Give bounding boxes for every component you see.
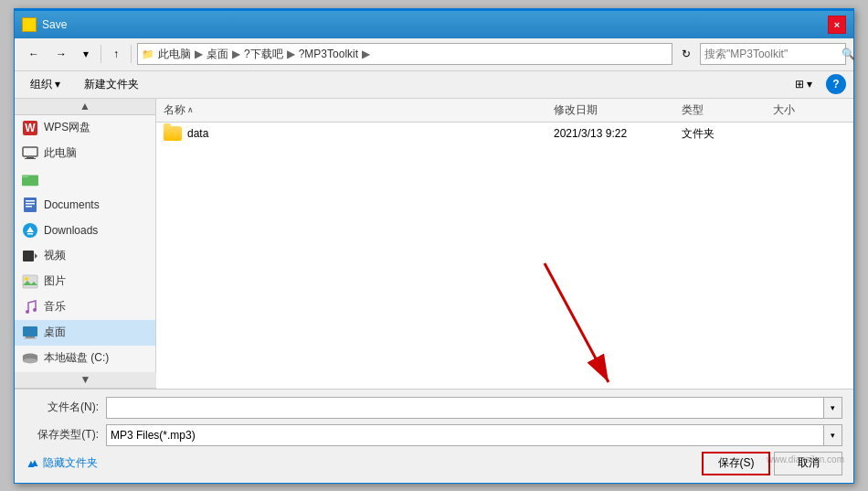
sidebar-item-green[interactable]: [15, 166, 155, 192]
sidebar-item-pc[interactable]: 此电脑: [15, 141, 155, 166]
svg-rect-16: [23, 275, 37, 288]
filename-input[interactable]: [106, 397, 824, 419]
sidebar-item-videos[interactable]: 视频: [15, 243, 155, 269]
music-icon: [22, 299, 38, 315]
filename-row: 文件名(N): ▾: [26, 397, 842, 419]
svg-text:W: W: [25, 122, 36, 134]
sidebar-videos-label: 视频: [44, 248, 66, 263]
main-content: ▲ W WPS网盘: [15, 99, 853, 389]
svg-point-19: [26, 310, 29, 314]
svg-rect-21: [23, 326, 37, 336]
action-buttons-row: ▲ ▲ 隐藏文件夹 保存(S) 取消: [26, 452, 842, 475]
table-row[interactable]: data 2021/3/13 9:22 文件夹: [156, 123, 853, 145]
folder-icon: 📁: [142, 48, 154, 60]
save-dialog: Save × ← → ▾ ↑ 📁 此电脑 ▶ 桌面 ▶ ?下载吧 ▶ ?MP3T…: [14, 8, 854, 484]
sidebar-desktop-label: 桌面: [44, 325, 66, 340]
file-type: 文件夹: [682, 126, 773, 142]
action-bar: 组织 ▾ 新建文件夹 ⊞ ▾ ?: [15, 71, 853, 99]
svg-rect-2: [23, 147, 37, 156]
refresh-button[interactable]: ↻: [676, 44, 696, 64]
breadcrumb-pc[interactable]: 此电脑: [158, 47, 191, 62]
organize-button[interactable]: 组织 ▾: [22, 74, 69, 94]
videos-icon: [22, 248, 38, 264]
sidebar-item-disk-c[interactable]: 本地磁盘 (C:): [15, 346, 155, 371]
watermark: www.dianzilon.com: [767, 454, 844, 464]
save-button[interactable]: 保存(S): [702, 452, 770, 475]
filename-input-wrapper: ▾: [106, 397, 842, 419]
sidebar-wps-label: WPS网盘: [44, 120, 90, 135]
svg-rect-6: [22, 175, 28, 177]
view-options-button[interactable]: ⊞ ▾: [787, 74, 820, 94]
sidebar-item-wps[interactable]: W WPS网盘: [15, 115, 155, 141]
title-bar: Save ×: [15, 11, 853, 38]
svg-point-17: [25, 277, 28, 281]
documents-icon: [22, 197, 38, 213]
sidebar-scroll-up[interactable]: ▲: [15, 99, 155, 115]
window-icon: [22, 17, 37, 32]
sidebar-diskc-label: 本地磁盘 (C:): [44, 350, 109, 366]
sidebar-scroll-down[interactable]: ▼: [15, 372, 156, 389]
svg-point-26: [23, 358, 37, 363]
sidebar: ▲ W WPS网盘: [15, 99, 156, 389]
dropdown-arrow-button[interactable]: ▾: [77, 43, 95, 65]
filetype-label: 保存类型(T):: [26, 427, 99, 443]
file-modified: 2021/3/13 9:22: [554, 127, 682, 140]
disk-c-icon: [22, 350, 38, 367]
back-button[interactable]: ←: [22, 43, 46, 65]
address-bar[interactable]: 📁 此电脑 ▶ 桌面 ▶ ?下载吧 ▶ ?MP3Toolkit ▶: [137, 43, 672, 65]
breadcrumb: 此电脑 ▶ 桌面 ▶ ?下载吧 ▶ ?MP3Toolkit ▶: [158, 47, 372, 62]
svg-rect-13: [27, 233, 33, 235]
sidebar-item-pictures[interactable]: 图片: [15, 269, 155, 294]
sidebar-pictures-label: 图片: [44, 273, 66, 289]
separator: [101, 45, 101, 63]
sort-icon: ∧: [187, 105, 194, 114]
pc-icon: [22, 145, 38, 162]
show-folders-button[interactable]: ▲ ▲ 隐藏文件夹: [26, 455, 98, 471]
sidebar-docs-label: Documents: [44, 198, 100, 211]
sidebar-downloads-label: Downloads: [44, 224, 98, 237]
close-button[interactable]: ×: [828, 16, 846, 34]
file-name: data: [187, 127, 208, 140]
show-folders-label: ▲ 隐藏文件夹: [29, 455, 98, 471]
window-title: Save: [42, 18, 67, 31]
svg-rect-7: [24, 197, 37, 212]
separator2: [131, 45, 132, 63]
filetype-input[interactable]: [106, 424, 824, 446]
search-input[interactable]: [704, 48, 842, 60]
modified-column-header[interactable]: 修改日期: [554, 102, 682, 118]
breadcrumb-downloads[interactable]: ?下载吧: [244, 47, 283, 62]
desktop-icon: [22, 325, 38, 341]
breadcrumb-mp3toolkit[interactable]: ?MP3Toolkit: [299, 48, 358, 60]
size-column-header[interactable]: 大小: [773, 102, 846, 118]
sidebar-item-music[interactable]: 音乐: [15, 294, 155, 320]
nav-toolbar: ← → ▾ ↑ 📁 此电脑 ▶ 桌面 ▶ ?下载吧 ▶ ?MP3Toolkit …: [15, 38, 853, 71]
svg-rect-23: [24, 337, 37, 338]
file-name-cell: data: [164, 126, 554, 141]
file-area: 名称 ∧ 修改日期 类型 大小: [156, 99, 853, 389]
filename-dropdown-btn[interactable]: ▾: [824, 397, 842, 419]
wps-icon: W: [22, 120, 38, 136]
filename-label: 文件名(N):: [26, 400, 99, 415]
search-box: 🔍: [700, 43, 846, 65]
sidebar-item-documents[interactable]: Documents: [15, 192, 155, 218]
folder-icon: [164, 126, 182, 141]
breadcrumb-desktop[interactable]: 桌面: [206, 47, 228, 62]
svg-point-20: [33, 308, 37, 312]
help-button[interactable]: ?: [826, 74, 846, 94]
file-list-header: 名称 ∧ 修改日期 类型 大小: [156, 99, 853, 123]
svg-rect-4: [25, 158, 36, 159]
filetype-input-wrapper: ▾: [106, 424, 842, 446]
bottom-section: 文件名(N): ▾ 保存类型(T): ▾ ▲ ▲ 隐藏文件夹 保存(S) 取消: [15, 389, 853, 483]
svg-rect-14: [23, 251, 34, 262]
filetype-row: 保存类型(T): ▾: [26, 424, 842, 446]
up-button[interactable]: ↑: [107, 43, 125, 65]
filetype-dropdown-btn[interactable]: ▾: [824, 424, 842, 446]
search-icon: 🔍: [842, 48, 855, 60]
sidebar-item-downloads[interactable]: Downloads: [15, 218, 155, 243]
forward-button[interactable]: →: [49, 43, 73, 65]
sidebar-item-desktop[interactable]: 桌面: [15, 320, 155, 346]
sidebar-music-label: 音乐: [44, 299, 66, 315]
type-column-header[interactable]: 类型: [682, 102, 773, 118]
name-column-header[interactable]: 名称 ∧: [164, 102, 554, 118]
new-folder-button[interactable]: 新建文件夹: [76, 74, 147, 94]
